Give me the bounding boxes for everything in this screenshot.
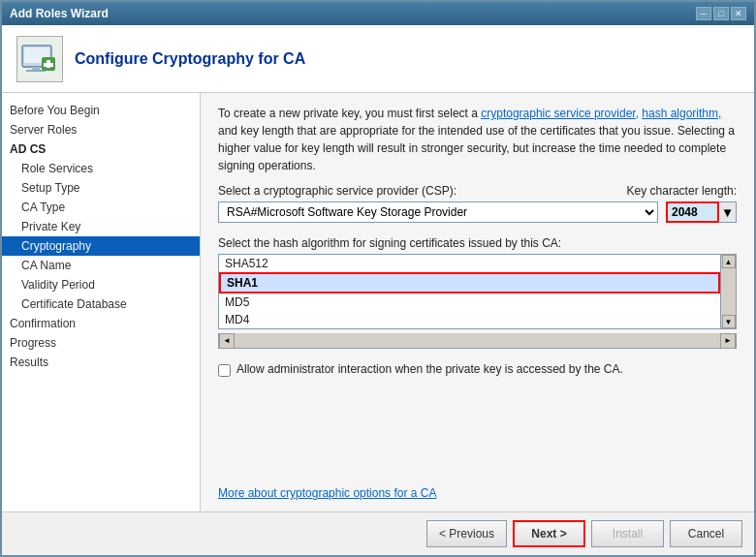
close-button[interactable]: ✕ <box>731 7 746 20</box>
csp-field-group: Select a cryptographic service provider … <box>218 184 737 223</box>
minimize-button[interactable]: ─ <box>696 7 711 20</box>
scrollbar-up-button[interactable]: ▲ <box>722 255 736 268</box>
maximize-button[interactable]: □ <box>713 7 729 20</box>
hscroll-track <box>235 333 720 348</box>
cancel-button[interactable]: Cancel <box>670 520 742 547</box>
wizard-icon <box>16 36 63 82</box>
sidebar-item-validity-period[interactable]: Validity Period <box>2 275 200 294</box>
sidebar-item-progress[interactable]: Progress <box>2 333 200 353</box>
main-content: To create a new private key, you must fi… <box>201 93 754 511</box>
scrollbar-down-button[interactable]: ▼ <box>722 315 736 328</box>
hash-item-sha512[interactable]: SHA512 <box>219 255 720 272</box>
hash-item-md5[interactable]: MD5 <box>219 294 720 311</box>
dialog-header: Configure Cryptography for CA <box>2 25 754 93</box>
title-bar: Add Roles Wizard ─ □ ✕ <box>2 2 754 25</box>
key-length-dropdown[interactable]: ▼ <box>719 201 737 223</box>
title-bar-controls: ─ □ ✕ <box>696 7 746 20</box>
admin-interaction-checkbox-row: Allow administrator interaction when the… <box>218 362 737 377</box>
csp-label: Select a cryptographic service provider … <box>218 184 457 198</box>
admin-interaction-checkbox[interactable] <box>218 364 231 377</box>
intro-text: To create a new private key, you must fi… <box>218 105 737 174</box>
dialog-title: Configure Cryptography for CA <box>75 50 305 68</box>
add-roles-wizard-window: Add Roles Wizard ─ □ ✕ Configure Cryptog… <box>0 0 756 557</box>
intro-text-part3: and key length that are appropriate for … <box>218 124 735 172</box>
sidebar: Before You Begin Server Roles AD CS Role… <box>2 93 201 511</box>
csp-link[interactable]: cryptographic service provider, <box>481 107 639 120</box>
hash-item-md4[interactable]: MD4 <box>219 311 720 328</box>
svg-rect-3 <box>32 67 40 70</box>
hscroll-left-button[interactable]: ◄ <box>219 333 235 349</box>
more-crypto-link[interactable]: More about cryptographic options for a C… <box>218 486 436 500</box>
key-length-label: Key character length: <box>627 184 737 198</box>
dialog-body: Before You Begin Server Roles AD CS Role… <box>2 93 754 511</box>
hash-label: Select the hash algorithm for signing ce… <box>218 236 737 250</box>
admin-interaction-label: Allow administrator interaction when the… <box>236 362 623 376</box>
intro-text-part1: To create a new private key, you must fi… <box>218 107 481 120</box>
hash-item-sha1[interactable]: SHA1 <box>219 272 720 294</box>
hash-field-group: Select the hash algorithm for signing ce… <box>218 232 737 349</box>
sidebar-item-role-services[interactable]: Role Services <box>2 159 200 178</box>
svg-rect-7 <box>44 63 53 67</box>
next-button[interactable]: Next > <box>513 520 585 547</box>
sidebar-item-ca-type[interactable]: CA Type <box>2 198 200 217</box>
key-length-group: Key character length: <box>627 184 737 198</box>
sidebar-item-server-roles[interactable]: Server Roles <box>2 120 200 139</box>
sidebar-item-cryptography[interactable]: Cryptography <box>2 236 200 256</box>
hash-hscrollbar: ◄ ► <box>218 333 737 349</box>
previous-button[interactable]: < Previous <box>426 520 507 547</box>
hash-listbox: SHA512 SHA1 MD5 MD4 <box>218 254 721 329</box>
csp-row: RSA#Microsoft Software Key Storage Provi… <box>218 201 737 223</box>
sidebar-item-confirmation[interactable]: Confirmation <box>2 314 200 333</box>
sidebar-item-private-key[interactable]: Private Key <box>2 217 200 236</box>
spacer <box>218 387 737 477</box>
footer: < Previous Next > Install Cancel <box>2 511 754 555</box>
hash-scrollbar: ▲ ▼ <box>721 254 737 329</box>
hscroll-right-button[interactable]: ► <box>720 333 736 349</box>
sidebar-item-ca-name[interactable]: CA Name <box>2 256 200 275</box>
sidebar-item-results[interactable]: Results <box>2 353 200 372</box>
csp-select[interactable]: RSA#Microsoft Software Key Storage Provi… <box>218 201 658 223</box>
sidebar-item-ad-cs[interactable]: AD CS <box>2 139 200 159</box>
key-length-input[interactable] <box>666 201 719 223</box>
key-length-row: ▼ <box>666 201 737 223</box>
hash-link[interactable]: hash algorithm, <box>642 107 721 120</box>
hash-listbox-container: SHA512 SHA1 MD5 MD4 ▲ ▼ <box>218 254 737 329</box>
window-title: Add Roles Wizard <box>10 7 109 20</box>
sidebar-item-before-you-begin[interactable]: Before You Begin <box>2 101 200 120</box>
install-button[interactable]: Install <box>591 520 664 547</box>
more-link-row: More about cryptographic options for a C… <box>218 486 737 500</box>
sidebar-item-setup-type[interactable]: Setup Type <box>2 178 200 198</box>
sidebar-item-certificate-database[interactable]: Certificate Database <box>2 294 200 314</box>
